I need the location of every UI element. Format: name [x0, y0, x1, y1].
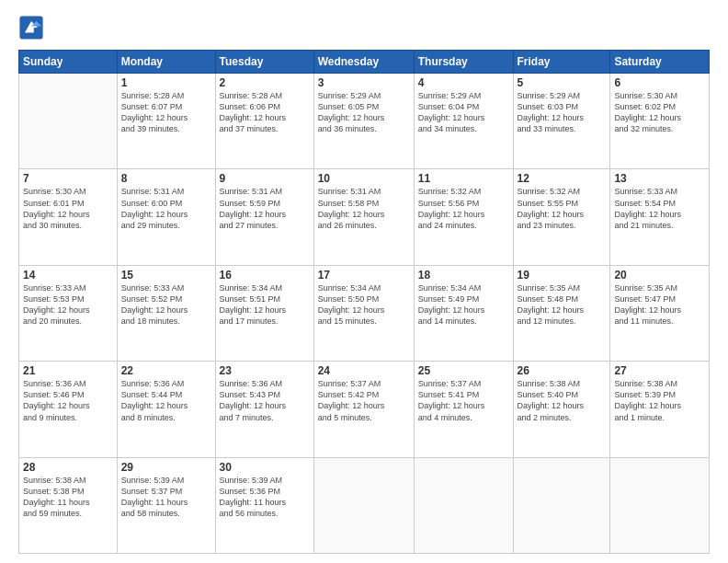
day-number: 22 — [121, 364, 211, 377]
header-wednesday: Wednesday — [313, 51, 414, 74]
day-info: Sunrise: 5:30 AM Sunset: 6:01 PM Dayligh… — [23, 186, 113, 231]
logo-icon — [18, 15, 44, 40]
table-row: 9Sunrise: 5:31 AM Sunset: 5:59 PM Daylig… — [215, 169, 313, 265]
header-saturday: Saturday — [610, 51, 710, 74]
day-info: Sunrise: 5:32 AM Sunset: 5:55 PM Dayligh… — [518, 186, 607, 231]
header-sunday: Sunday — [19, 51, 118, 74]
table-row: 13Sunrise: 5:33 AM Sunset: 5:54 PM Dayli… — [610, 169, 710, 265]
day-number: 28 — [23, 461, 113, 474]
table-row: 15Sunrise: 5:33 AM Sunset: 5:52 PM Dayli… — [117, 265, 215, 361]
table-row: 17Sunrise: 5:34 AM Sunset: 5:50 PM Dayli… — [313, 265, 414, 361]
day-number: 12 — [518, 172, 607, 185]
day-info: Sunrise: 5:39 AM Sunset: 5:37 PM Dayligh… — [121, 475, 211, 520]
table-row: 25Sunrise: 5:37 AM Sunset: 5:41 PM Dayli… — [414, 362, 513, 457]
day-number: 3 — [318, 76, 410, 89]
day-number: 1 — [121, 76, 211, 89]
day-info: Sunrise: 5:33 AM Sunset: 5:54 PM Dayligh… — [614, 186, 705, 231]
day-info: Sunrise: 5:28 AM Sunset: 6:07 PM Dayligh… — [121, 90, 211, 135]
day-number: 21 — [23, 364, 113, 377]
day-number: 10 — [318, 172, 410, 185]
day-info: Sunrise: 5:29 AM Sunset: 6:04 PM Dayligh… — [418, 90, 509, 135]
day-number: 2 — [220, 76, 310, 89]
table-row: 23Sunrise: 5:36 AM Sunset: 5:43 PM Dayli… — [215, 362, 313, 457]
day-info: Sunrise: 5:31 AM Sunset: 5:58 PM Dayligh… — [318, 186, 410, 231]
table-row: 30Sunrise: 5:39 AM Sunset: 5:36 PM Dayli… — [215, 457, 313, 553]
table-row — [513, 457, 610, 553]
table-row: 6Sunrise: 5:30 AM Sunset: 6:02 PM Daylig… — [610, 74, 710, 169]
day-number: 13 — [614, 172, 705, 185]
day-number: 14 — [23, 269, 113, 282]
day-number: 4 — [418, 76, 509, 89]
day-number: 19 — [518, 269, 607, 282]
calendar-table: Sunday Monday Tuesday Wednesday Thursday… — [18, 50, 710, 554]
day-number: 5 — [518, 76, 607, 89]
day-number: 30 — [220, 461, 310, 474]
header-monday: Monday — [117, 51, 215, 74]
table-row — [313, 457, 414, 553]
day-info: Sunrise: 5:36 AM Sunset: 5:46 PM Dayligh… — [23, 378, 113, 423]
day-number: 17 — [318, 269, 410, 282]
day-info: Sunrise: 5:28 AM Sunset: 6:06 PM Dayligh… — [220, 90, 310, 135]
day-info: Sunrise: 5:34 AM Sunset: 5:51 PM Dayligh… — [220, 282, 310, 327]
table-row: 18Sunrise: 5:34 AM Sunset: 5:49 PM Dayli… — [414, 265, 513, 361]
day-number: 20 — [614, 269, 705, 282]
header-friday: Friday — [513, 51, 610, 74]
day-number: 6 — [614, 76, 705, 89]
table-row: 14Sunrise: 5:33 AM Sunset: 5:53 PM Dayli… — [19, 265, 118, 361]
day-info: Sunrise: 5:32 AM Sunset: 5:56 PM Dayligh… — [418, 186, 509, 231]
day-info: Sunrise: 5:36 AM Sunset: 5:44 PM Dayligh… — [121, 378, 211, 423]
table-row: 1Sunrise: 5:28 AM Sunset: 6:07 PM Daylig… — [117, 74, 215, 169]
day-number: 7 — [23, 172, 113, 185]
day-info: Sunrise: 5:38 AM Sunset: 5:38 PM Dayligh… — [23, 475, 113, 520]
day-info: Sunrise: 5:31 AM Sunset: 5:59 PM Dayligh… — [220, 186, 310, 231]
calendar-header-row: Sunday Monday Tuesday Wednesday Thursday… — [19, 51, 710, 74]
day-number: 26 — [518, 364, 607, 377]
day-info: Sunrise: 5:29 AM Sunset: 6:05 PM Dayligh… — [318, 90, 410, 135]
day-number: 15 — [121, 269, 211, 282]
day-info: Sunrise: 5:33 AM Sunset: 5:53 PM Dayligh… — [23, 282, 113, 327]
page-header — [18, 15, 710, 40]
logo — [18, 15, 46, 40]
table-row: 7Sunrise: 5:30 AM Sunset: 6:01 PM Daylig… — [19, 169, 118, 265]
day-info: Sunrise: 5:35 AM Sunset: 5:48 PM Dayligh… — [518, 282, 607, 327]
header-thursday: Thursday — [414, 51, 513, 74]
table-row: 5Sunrise: 5:29 AM Sunset: 6:03 PM Daylig… — [513, 74, 610, 169]
day-info: Sunrise: 5:36 AM Sunset: 5:43 PM Dayligh… — [220, 378, 310, 423]
table-row — [414, 457, 513, 553]
day-info: Sunrise: 5:31 AM Sunset: 6:00 PM Dayligh… — [121, 186, 211, 231]
day-info: Sunrise: 5:37 AM Sunset: 5:41 PM Dayligh… — [418, 378, 509, 423]
day-info: Sunrise: 5:39 AM Sunset: 5:36 PM Dayligh… — [220, 475, 310, 520]
table-row: 4Sunrise: 5:29 AM Sunset: 6:04 PM Daylig… — [414, 74, 513, 169]
day-number: 8 — [121, 172, 211, 185]
day-info: Sunrise: 5:30 AM Sunset: 6:02 PM Dayligh… — [614, 90, 705, 135]
table-row: 20Sunrise: 5:35 AM Sunset: 5:47 PM Dayli… — [610, 265, 710, 361]
day-info: Sunrise: 5:37 AM Sunset: 5:42 PM Dayligh… — [318, 378, 410, 423]
table-row: 16Sunrise: 5:34 AM Sunset: 5:51 PM Dayli… — [215, 265, 313, 361]
day-info: Sunrise: 5:33 AM Sunset: 5:52 PM Dayligh… — [121, 282, 211, 327]
table-row: 3Sunrise: 5:29 AM Sunset: 6:05 PM Daylig… — [313, 74, 414, 169]
day-number: 9 — [220, 172, 310, 185]
table-row: 29Sunrise: 5:39 AM Sunset: 5:37 PM Dayli… — [117, 457, 215, 553]
table-row: 22Sunrise: 5:36 AM Sunset: 5:44 PM Dayli… — [117, 362, 215, 457]
table-row: 21Sunrise: 5:36 AM Sunset: 5:46 PM Dayli… — [19, 362, 118, 457]
header-tuesday: Tuesday — [215, 51, 313, 74]
day-number: 18 — [418, 269, 509, 282]
table-row: 11Sunrise: 5:32 AM Sunset: 5:56 PM Dayli… — [414, 169, 513, 265]
table-row: 12Sunrise: 5:32 AM Sunset: 5:55 PM Dayli… — [513, 169, 610, 265]
day-info: Sunrise: 5:34 AM Sunset: 5:49 PM Dayligh… — [418, 282, 509, 327]
day-number: 16 — [220, 269, 310, 282]
day-number: 23 — [220, 364, 310, 377]
day-number: 11 — [418, 172, 509, 185]
table-row: 28Sunrise: 5:38 AM Sunset: 5:38 PM Dayli… — [19, 457, 118, 553]
table-row — [610, 457, 710, 553]
table-row: 26Sunrise: 5:38 AM Sunset: 5:40 PM Dayli… — [513, 362, 610, 457]
day-info: Sunrise: 5:35 AM Sunset: 5:47 PM Dayligh… — [614, 282, 705, 327]
table-row: 8Sunrise: 5:31 AM Sunset: 6:00 PM Daylig… — [117, 169, 215, 265]
day-number: 25 — [418, 364, 509, 377]
day-info: Sunrise: 5:29 AM Sunset: 6:03 PM Dayligh… — [518, 90, 607, 135]
table-row: 2Sunrise: 5:28 AM Sunset: 6:06 PM Daylig… — [215, 74, 313, 169]
table-row: 24Sunrise: 5:37 AM Sunset: 5:42 PM Dayli… — [313, 362, 414, 457]
day-number: 24 — [318, 364, 410, 377]
table-row: 27Sunrise: 5:38 AM Sunset: 5:39 PM Dayli… — [610, 362, 710, 457]
day-info: Sunrise: 5:38 AM Sunset: 5:39 PM Dayligh… — [614, 378, 705, 423]
